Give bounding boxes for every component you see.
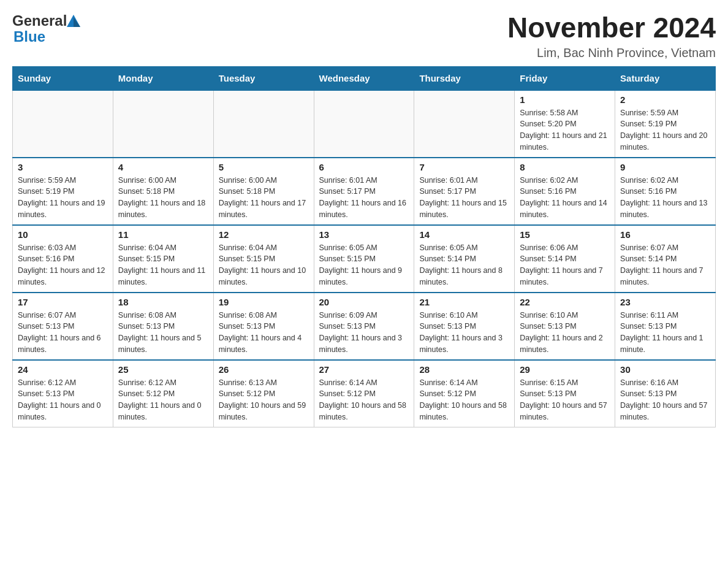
calendar-cell: 28Sunrise: 6:14 AM Sunset: 5:12 PM Dayli… — [414, 360, 515, 427]
calendar-cell: 25Sunrise: 6:12 AM Sunset: 5:12 PM Dayli… — [113, 360, 213, 427]
calendar-cell: 8Sunrise: 6:02 AM Sunset: 5:16 PM Daylig… — [515, 158, 615, 225]
location: Lim, Bac Ninh Province, Vietnam — [507, 46, 716, 60]
calendar-cell: 21Sunrise: 6:10 AM Sunset: 5:13 PM Dayli… — [414, 293, 515, 360]
logo-blue-text: Blue — [13, 28, 45, 45]
sun-info: Sunrise: 6:05 AM Sunset: 5:15 PM Dayligh… — [319, 242, 409, 288]
week-row-3: 10Sunrise: 6:03 AM Sunset: 5:16 PM Dayli… — [13, 225, 716, 293]
day-number: 13 — [319, 229, 409, 240]
day-number: 24 — [18, 364, 108, 375]
day-header-saturday: Saturday — [615, 66, 716, 90]
calendar-cell: 6Sunrise: 6:01 AM Sunset: 5:17 PM Daylig… — [314, 158, 414, 225]
calendar-cell: 1Sunrise: 5:58 AM Sunset: 5:20 PM Daylig… — [515, 90, 615, 158]
day-number: 25 — [118, 364, 208, 375]
day-number: 22 — [520, 297, 610, 307]
calendar-cell: 14Sunrise: 6:05 AM Sunset: 5:14 PM Dayli… — [414, 225, 515, 293]
calendar-cell: 19Sunrise: 6:08 AM Sunset: 5:13 PM Dayli… — [213, 293, 314, 360]
sun-info: Sunrise: 6:10 AM Sunset: 5:13 PM Dayligh… — [520, 310, 610, 356]
calendar-cell: 9Sunrise: 6:02 AM Sunset: 5:16 PM Daylig… — [615, 158, 716, 225]
day-number: 5 — [219, 162, 309, 172]
calendar-header-row: SundayMondayTuesdayWednesdayThursdayFrid… — [13, 66, 716, 90]
week-row-5: 24Sunrise: 6:12 AM Sunset: 5:13 PM Dayli… — [13, 360, 716, 427]
calendar-cell: 2Sunrise: 5:59 AM Sunset: 5:19 PM Daylig… — [615, 90, 716, 158]
day-number: 27 — [319, 364, 409, 375]
day-number: 21 — [419, 297, 509, 307]
sun-info: Sunrise: 6:07 AM Sunset: 5:13 PM Dayligh… — [18, 310, 108, 356]
calendar-cell: 3Sunrise: 5:59 AM Sunset: 5:19 PM Daylig… — [13, 158, 113, 225]
calendar-cell: 24Sunrise: 6:12 AM Sunset: 5:13 PM Dayli… — [13, 360, 113, 427]
sun-info: Sunrise: 6:08 AM Sunset: 5:13 PM Dayligh… — [118, 310, 208, 356]
month-title: November 2024 — [507, 12, 716, 44]
day-number: 11 — [118, 229, 208, 240]
sun-info: Sunrise: 6:03 AM Sunset: 5:16 PM Dayligh… — [18, 242, 108, 288]
day-number: 15 — [520, 229, 610, 240]
calendar-cell: 11Sunrise: 6:04 AM Sunset: 5:15 PM Dayli… — [113, 225, 213, 293]
sun-info: Sunrise: 6:09 AM Sunset: 5:13 PM Dayligh… — [319, 310, 409, 356]
logo-general-text: General — [12, 12, 67, 29]
day-number: 30 — [620, 364, 710, 375]
sun-info: Sunrise: 6:13 AM Sunset: 5:12 PM Dayligh… — [219, 377, 309, 423]
calendar-cell: 7Sunrise: 6:01 AM Sunset: 5:17 PM Daylig… — [414, 158, 515, 225]
sun-info: Sunrise: 6:16 AM Sunset: 5:13 PM Dayligh… — [620, 377, 710, 423]
day-header-wednesday: Wednesday — [314, 66, 414, 90]
day-number: 28 — [419, 364, 509, 375]
sun-info: Sunrise: 6:11 AM Sunset: 5:13 PM Dayligh… — [620, 310, 710, 356]
calendar-cell: 16Sunrise: 6:07 AM Sunset: 5:14 PM Dayli… — [615, 225, 716, 293]
week-row-1: 1Sunrise: 5:58 AM Sunset: 5:20 PM Daylig… — [13, 90, 716, 158]
day-number: 1 — [520, 94, 610, 105]
calendar-cell: 23Sunrise: 6:11 AM Sunset: 5:13 PM Dayli… — [615, 293, 716, 360]
day-number: 20 — [319, 297, 409, 307]
day-number: 9 — [620, 162, 710, 172]
sun-info: Sunrise: 6:07 AM Sunset: 5:14 PM Dayligh… — [620, 242, 710, 288]
calendar-cell — [414, 90, 515, 158]
sun-info: Sunrise: 5:58 AM Sunset: 5:20 PM Dayligh… — [520, 107, 610, 153]
calendar-cell — [314, 90, 414, 158]
title-section: November 2024 Lim, Bac Ninh Province, Vi… — [507, 12, 716, 60]
calendar-cell: 15Sunrise: 6:06 AM Sunset: 5:14 PM Dayli… — [515, 225, 615, 293]
sun-info: Sunrise: 6:00 AM Sunset: 5:18 PM Dayligh… — [219, 175, 309, 221]
day-header-friday: Friday — [515, 66, 615, 90]
day-number: 17 — [18, 297, 108, 307]
sun-info: Sunrise: 6:08 AM Sunset: 5:13 PM Dayligh… — [219, 310, 309, 356]
sun-info: Sunrise: 6:02 AM Sunset: 5:16 PM Dayligh… — [620, 175, 710, 221]
sun-info: Sunrise: 6:00 AM Sunset: 5:18 PM Dayligh… — [118, 175, 208, 221]
day-number: 10 — [18, 229, 108, 240]
sun-info: Sunrise: 5:59 AM Sunset: 5:19 PM Dayligh… — [620, 107, 710, 153]
sun-info: Sunrise: 6:04 AM Sunset: 5:15 PM Dayligh… — [219, 242, 309, 288]
sun-info: Sunrise: 6:14 AM Sunset: 5:12 PM Dayligh… — [419, 377, 509, 423]
calendar-cell: 12Sunrise: 6:04 AM Sunset: 5:15 PM Dayli… — [213, 225, 314, 293]
logo: General Blue — [12, 12, 80, 45]
day-number: 2 — [620, 94, 710, 105]
day-number: 16 — [620, 229, 710, 240]
calendar-cell: 5Sunrise: 6:00 AM Sunset: 5:18 PM Daylig… — [213, 158, 314, 225]
day-number: 18 — [118, 297, 208, 307]
sun-info: Sunrise: 6:12 AM Sunset: 5:13 PM Dayligh… — [18, 377, 108, 423]
day-number: 6 — [319, 162, 409, 172]
calendar-cell — [113, 90, 213, 158]
day-number: 7 — [419, 162, 509, 172]
page-header: General Blue November 2024 Lim, Bac Ninh… — [12, 12, 716, 60]
sun-info: Sunrise: 6:14 AM Sunset: 5:12 PM Dayligh… — [319, 377, 409, 423]
calendar-cell: 18Sunrise: 6:08 AM Sunset: 5:13 PM Dayli… — [113, 293, 213, 360]
sun-info: Sunrise: 6:06 AM Sunset: 5:14 PM Dayligh… — [520, 242, 610, 288]
day-number: 26 — [219, 364, 309, 375]
day-header-tuesday: Tuesday — [213, 66, 314, 90]
sun-info: Sunrise: 6:15 AM Sunset: 5:13 PM Dayligh… — [520, 377, 610, 423]
calendar-cell: 20Sunrise: 6:09 AM Sunset: 5:13 PM Dayli… — [314, 293, 414, 360]
day-number: 29 — [520, 364, 610, 375]
sun-info: Sunrise: 6:01 AM Sunset: 5:17 PM Dayligh… — [319, 175, 409, 221]
calendar-cell: 22Sunrise: 6:10 AM Sunset: 5:13 PM Dayli… — [515, 293, 615, 360]
calendar-cell: 27Sunrise: 6:14 AM Sunset: 5:12 PM Dayli… — [314, 360, 414, 427]
logo-icon — [67, 15, 80, 27]
day-number: 12 — [219, 229, 309, 240]
calendar-cell: 13Sunrise: 6:05 AM Sunset: 5:15 PM Dayli… — [314, 225, 414, 293]
calendar-cell: 17Sunrise: 6:07 AM Sunset: 5:13 PM Dayli… — [13, 293, 113, 360]
sun-info: Sunrise: 6:04 AM Sunset: 5:15 PM Dayligh… — [118, 242, 208, 288]
calendar-cell: 30Sunrise: 6:16 AM Sunset: 5:13 PM Dayli… — [615, 360, 716, 427]
calendar-cell: 10Sunrise: 6:03 AM Sunset: 5:16 PM Dayli… — [13, 225, 113, 293]
sun-info: Sunrise: 6:05 AM Sunset: 5:14 PM Dayligh… — [419, 242, 509, 288]
calendar-cell: 4Sunrise: 6:00 AM Sunset: 5:18 PM Daylig… — [113, 158, 213, 225]
day-header-monday: Monday — [113, 66, 213, 90]
calendar-cell: 29Sunrise: 6:15 AM Sunset: 5:13 PM Dayli… — [515, 360, 615, 427]
sun-info: Sunrise: 6:02 AM Sunset: 5:16 PM Dayligh… — [520, 175, 610, 221]
sun-info: Sunrise: 6:10 AM Sunset: 5:13 PM Dayligh… — [419, 310, 509, 356]
